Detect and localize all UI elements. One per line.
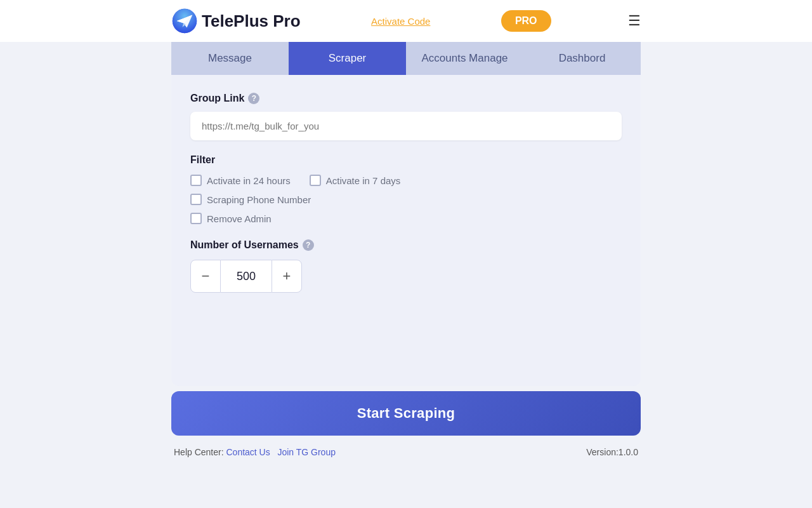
filter-section: Filter Activate in 24 hours Activate in … [190, 154, 622, 224]
usernames-section: Number of Usernames ? − + [190, 239, 622, 293]
stepper: − + [190, 260, 622, 293]
menu-icon[interactable]: ☰ [628, 13, 641, 29]
footer: Help Center: Contact Us Join TG Group Ve… [171, 436, 641, 469]
group-link-label-container: Group Link ? [190, 93, 622, 104]
activate-code-link[interactable]: Activate Code [371, 16, 430, 27]
filter-row-2: Scraping Phone Number [190, 194, 622, 205]
filter-scraping-phone[interactable]: Scraping Phone Number [190, 194, 311, 205]
usernames-help-icon[interactable]: ? [303, 239, 314, 251]
usernames-value[interactable] [221, 260, 272, 293]
logo-icon [171, 8, 198, 34]
filter-scraping-phone-label: Scraping Phone Number [207, 194, 311, 205]
checkbox-scraping-phone[interactable] [190, 194, 202, 205]
footer-join-tg[interactable]: Join TG Group [277, 447, 336, 457]
group-link-input[interactable] [190, 112, 622, 140]
footer-help-label: Help Center: [174, 447, 224, 457]
filter-row-3: Remove Admin [190, 213, 622, 224]
filter-activate-7d-label: Activate in 7 days [326, 175, 401, 186]
filter-row-1: Activate in 24 hours Activate in 7 days [190, 175, 622, 186]
filter-remove-admin-label: Remove Admin [207, 213, 272, 224]
app-title: TelePlus Pro [202, 11, 301, 31]
filter-label: Filter [190, 154, 622, 166]
checkbox-activate-7d[interactable] [310, 175, 321, 186]
tab-scraper[interactable]: Scraper [289, 42, 406, 75]
logo-area: TelePlus Pro [171, 8, 301, 34]
filter-remove-admin[interactable]: Remove Admin [190, 213, 272, 224]
filter-activate-7d[interactable]: Activate in 7 days [310, 175, 401, 186]
tab-accounts-manage[interactable]: Accounts Manage [406, 42, 523, 75]
nav-tabs: Message Scraper Accounts Manage Dashbord [171, 42, 641, 75]
usernames-label: Number of Usernames [190, 239, 299, 251]
pro-badge: PRO [501, 10, 551, 32]
filter-activate-24h-label: Activate in 24 hours [207, 175, 291, 186]
tab-message[interactable]: Message [171, 42, 289, 75]
footer-version: Version:1.0.0 [586, 447, 638, 457]
increment-button[interactable]: + [272, 260, 302, 293]
start-btn-container: Start Scraping [171, 391, 641, 436]
filter-activate-24h[interactable]: Activate in 24 hours [190, 175, 291, 186]
footer-help: Help Center: Contact Us Join TG Group [174, 447, 336, 457]
main-content: Group Link ? Filter Activate in 24 hours… [171, 75, 641, 386]
checkbox-remove-admin[interactable] [190, 213, 202, 224]
tab-dashbord[interactable]: Dashbord [523, 42, 641, 75]
decrement-button[interactable]: − [190, 260, 221, 293]
header: TelePlus Pro Activate Code PRO ☰ [0, 0, 812, 42]
checkbox-activate-24h[interactable] [190, 175, 202, 186]
start-scraping-button[interactable]: Start Scraping [171, 391, 641, 436]
group-link-label: Group Link [190, 93, 244, 104]
usernames-label-container: Number of Usernames ? [190, 239, 622, 251]
footer-contact-us[interactable]: Contact Us [226, 447, 270, 457]
group-link-help-icon[interactable]: ? [248, 93, 259, 104]
